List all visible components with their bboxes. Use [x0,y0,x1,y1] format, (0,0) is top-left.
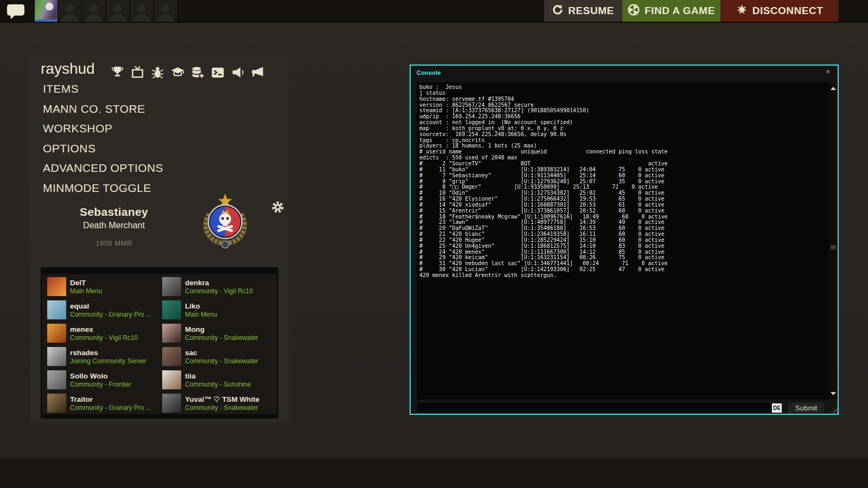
console-input-row: DE Submit [417,402,838,413]
friend-status: Community - Snakewater [185,334,258,342]
friend-list-item[interactable]: Liko Main Menu [162,298,277,322]
main-menu-nav: ITEMS MANN CO. STORE WORKSHOP OPTIONS AD… [43,82,163,201]
friend-avatar [162,300,181,319]
friend-status: Main Menu [70,287,102,295]
friend-name: Traitor [70,395,151,404]
avatar-slot-empty[interactable] [59,0,81,22]
friend-name: DelT [70,279,102,287]
friend-list-item[interactable]: rshades Joining Community Server [47,345,162,368]
friend-status: Joining Community Server [70,357,146,365]
friend-avatar [162,370,181,389]
resume-icon [552,4,563,18]
nav-item-workshop[interactable]: WORKSHOP [43,122,163,134]
graduation-cap-icon[interactable] [170,65,185,80]
friend-list-item[interactable]: denkra Community - Vigil Rc10 [162,275,277,298]
friend-avatar [162,277,181,296]
player-name: Sebastianey [43,206,184,219]
player-title: Death Merchant [43,221,184,230]
friend-status: Community - Sunshine [185,381,251,388]
friend-list-item[interactable]: menex Community - Vigil Rc10 [47,322,162,345]
scrollbar-thumb[interactable] [831,245,836,249]
friend-avatar [162,347,181,366]
friend-avatar [47,370,66,389]
friend-avatar [162,324,181,343]
bullhorn-icon[interactable] [251,65,265,80]
avatar-slot-empty[interactable] [130,0,153,22]
find-a-game-button[interactable]: FIND A GAME [622,0,720,22]
nav-item-items[interactable]: ITEMS [43,82,163,95]
friend-status: Community - Snakewater [185,357,258,365]
friend-name: Yuval™ ♡ TSM White [185,395,259,404]
resume-button[interactable]: RESUME [544,0,622,22]
console-window: Console × buko : Jesus ] status hostname… [410,65,839,415]
find-a-game-label: FIND A GAME [644,5,715,17]
party-avatar-strip [35,0,177,22]
nav-item-minmode-toggle[interactable]: MINMODE TOGGLE [43,182,163,194]
resume-label: RESUME [568,5,614,17]
console-output: buko : Jesus ] status hostname: serveme.… [417,82,838,400]
friend-list-item[interactable]: Sollo Wolo Community - Frontier [47,368,162,391]
friend-name: rshades [70,349,146,357]
friend-status: Community - Vigil Rc10 [185,287,253,295]
friend-avatar [47,347,66,366]
friend-avatar [47,324,66,343]
megaphone-icon[interactable] [231,65,245,80]
console-log: buko : Jesus ] status hostname: serveme.… [417,82,838,279]
friend-list-item[interactable]: sac Community - Snakewater [162,345,277,368]
tv-icon[interactable] [130,65,145,80]
friend-list-item[interactable]: Traitor Community - Granary Pro ... [47,391,162,415]
keyboard-layout-badge: DE [772,403,782,413]
scroll-down-icon[interactable] [831,392,836,395]
terminal-icon[interactable] [210,65,225,80]
trophy-icon[interactable] [110,65,125,80]
friend-status: Community - Frontier [70,381,131,388]
chat-bubble-icon[interactable] [7,4,25,19]
friend-avatar [162,394,181,413]
hud-title: rayshud [41,60,95,78]
rank-medal-icon [200,192,251,251]
coins-add-icon[interactable] [190,65,205,80]
friend-status: Community - Vigil Rc10 [70,334,138,342]
nav-item-advanced-options[interactable]: ADVANCED OPTIONS [43,162,163,174]
scroll-up-icon[interactable] [831,87,836,90]
friend-name: Liko [185,302,217,311]
tf2-main-menu-screen: RESUME FIND A GAME DISCONNECT rayshud [0,0,868,488]
console-scrollbar[interactable] [829,82,838,400]
friend-name: menex [70,325,138,334]
friend-name: sac [185,349,258,357]
console-title: Console [417,69,441,76]
nav-item-options[interactable]: OPTIONS [43,142,163,155]
friend-status: Main Menu [185,311,217,318]
disconnect-label: DISCONNECT [752,5,824,17]
friend-avatar [47,277,66,296]
friend-list-item[interactable]: Yuval™ ♡ TSM White Community - Snakewate… [162,391,277,415]
friend-name: denkra [185,279,253,287]
avatar-slot-empty[interactable] [82,0,105,22]
avatar-slot-empty[interactable] [106,0,129,22]
top-bar: RESUME FIND A GAME DISCONNECT [0,0,868,23]
avatar-slot-selected[interactable] [35,0,58,22]
disconnect-button[interactable]: DISCONNECT [720,0,839,22]
console-input[interactable] [417,402,771,413]
avatar-slot-empty[interactable] [154,0,177,22]
player-info: Sebastianey Death Merchant 1905 MMR [43,206,184,247]
friend-list-item[interactable]: equal Community - Granary Pro ... [47,298,162,322]
friend-list-item[interactable]: Mong Community - Snakewater [162,322,277,345]
gear-icon[interactable] [272,201,284,213]
friend-list-item[interactable]: DelT Main Menu [47,275,162,298]
friends-panel: DelT Main Menu denkra Community - Vigil … [41,267,278,419]
submit-button[interactable]: Submit [788,402,824,413]
burst-icon [736,4,748,18]
close-icon[interactable]: × [826,68,830,75]
friend-status: Community - Snakewater [185,404,259,412]
friend-name: Sollo Wolo [70,372,131,381]
main-menu-panel: rayshud [30,56,289,423]
resize-grip[interactable] [829,405,838,413]
bug-icon[interactable] [150,65,165,80]
friend-status: Community - Granary Pro ... [70,404,151,412]
friend-list-item[interactable]: tiia Community - Sunshine [162,368,277,391]
bottom-strip [0,458,868,488]
friend-name: Mong [185,325,258,334]
nav-item-mann-co-store[interactable]: MANN CO. STORE [43,102,163,115]
friend-avatar [47,394,66,413]
